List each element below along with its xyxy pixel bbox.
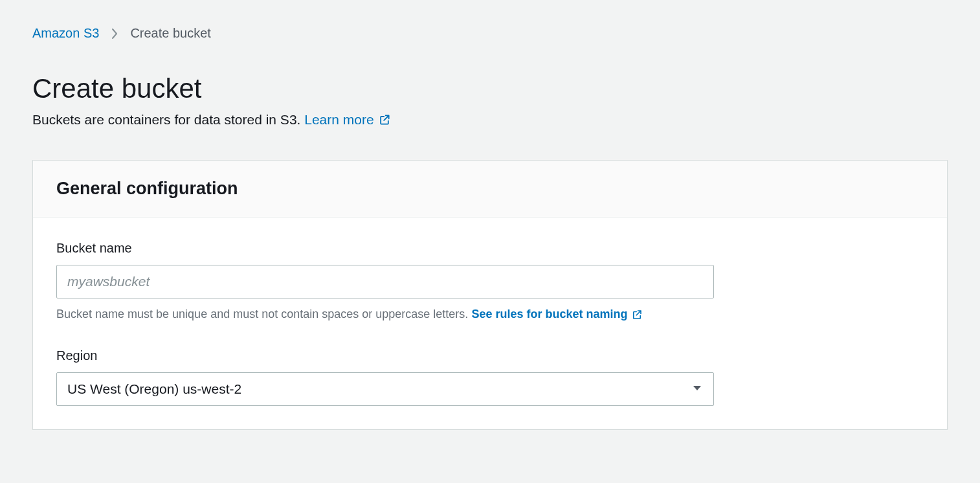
subtitle-text: Buckets are containers for data stored i… bbox=[32, 112, 304, 127]
panel-title: General configuration bbox=[56, 179, 924, 199]
bucket-name-hint: Bucket name must be unique and must not … bbox=[56, 308, 924, 321]
bucket-name-field: Bucket name Bucket name must be unique a… bbox=[56, 241, 924, 321]
breadcrumb-root-link[interactable]: Amazon S3 bbox=[32, 26, 99, 41]
bucket-name-label: Bucket name bbox=[56, 241, 924, 256]
chevron-right-icon bbox=[111, 28, 118, 39]
page-title: Create bucket bbox=[32, 73, 948, 104]
external-link-icon bbox=[631, 309, 643, 320]
bucket-name-input[interactable] bbox=[56, 265, 714, 298]
region-label: Region bbox=[56, 348, 924, 363]
general-configuration-panel: General configuration Bucket name Bucket… bbox=[32, 160, 948, 430]
panel-header: General configuration bbox=[33, 161, 947, 218]
breadcrumb-current: Create bucket bbox=[130, 26, 211, 41]
page-header: Create bucket Buckets are containers for… bbox=[32, 73, 948, 128]
breadcrumb: Amazon S3 Create bucket bbox=[32, 26, 948, 41]
external-link-icon bbox=[378, 113, 391, 126]
bucket-naming-rules-link[interactable]: See rules for bucket naming bbox=[471, 308, 643, 321]
learn-more-link[interactable]: Learn more bbox=[304, 112, 390, 128]
page-subtitle: Buckets are containers for data stored i… bbox=[32, 112, 948, 128]
region-select[interactable]: US West (Oregon) us-west-2 bbox=[56, 372, 714, 406]
region-field: Region US West (Oregon) us-west-2 bbox=[56, 348, 924, 406]
hint-text: Bucket name must be unique and must not … bbox=[56, 308, 471, 320]
panel-body: Bucket name Bucket name must be unique a… bbox=[33, 218, 947, 429]
